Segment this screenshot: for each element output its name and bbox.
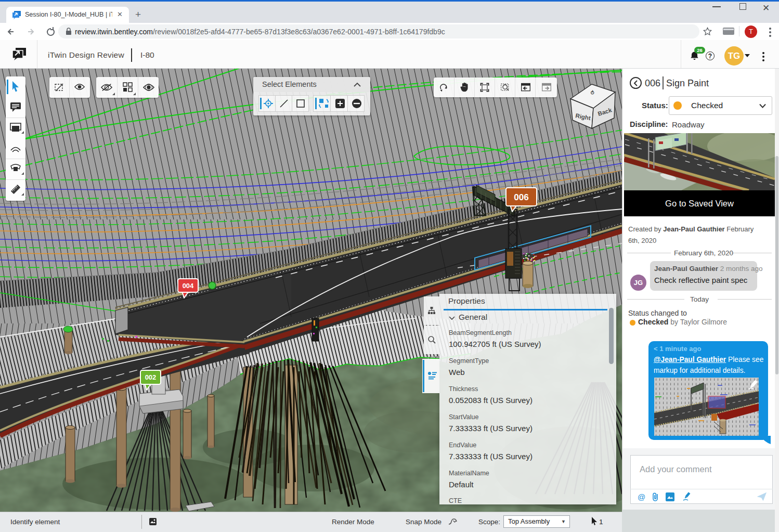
svg-text:006: 006 <box>514 192 528 202</box>
svg-text:004: 004 <box>183 282 194 290</box>
svg-text:002: 002 <box>145 373 157 381</box>
